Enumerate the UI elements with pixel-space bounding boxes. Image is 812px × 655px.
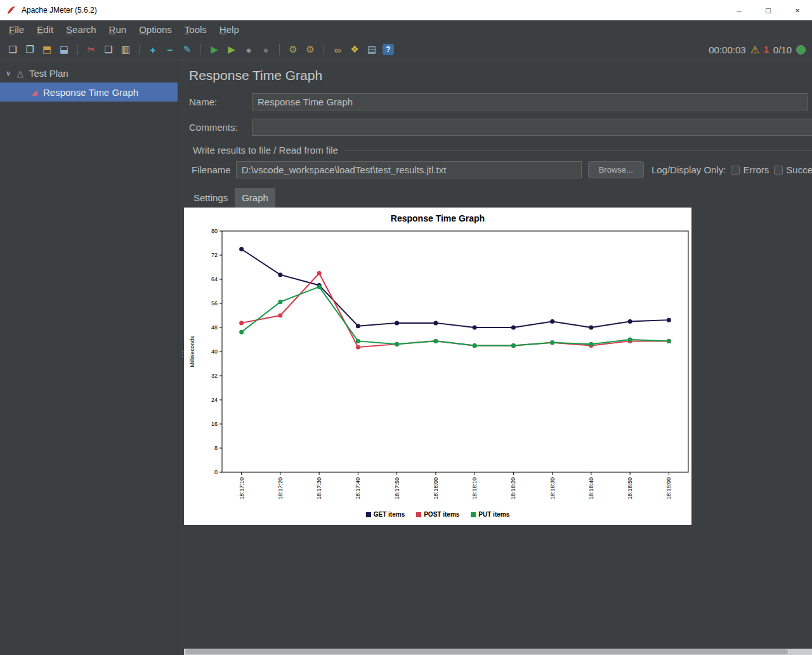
paste-icon[interactable]: ▥ <box>119 43 132 56</box>
comments-input[interactable] <box>252 119 812 136</box>
menu-tools[interactable]: Tools <box>178 22 213 37</box>
window-controls: – □ × <box>724 0 812 20</box>
menubar: FileEditSearchRunOptionsToolsHelp <box>0 20 812 39</box>
start-no-pauses-icon[interactable]: ▶ <box>225 43 238 56</box>
titlebar: Apache JMeter (5.6.2) – □ × <box>0 0 812 20</box>
svg-text:32: 32 <box>211 373 218 379</box>
response-time-chart: Response Time Graph08162432404856647280M… <box>184 208 691 511</box>
clear-icon[interactable]: ⚙ <box>287 43 299 56</box>
warning-icon[interactable]: ⚠ <box>750 44 759 56</box>
browse-button[interactable]: Browse... <box>588 161 644 178</box>
templates-icon[interactable]: ❐ <box>23 43 36 56</box>
svg-text:18:17:50: 18:17:50 <box>394 477 400 500</box>
collapse-icon[interactable]: − <box>164 43 176 56</box>
svg-text:48: 48 <box>211 324 218 331</box>
clear-all-icon[interactable]: ⚙ <box>304 43 317 56</box>
filename-row: Filename Browse... Log/Display Only: Err… <box>184 161 812 178</box>
save-icon[interactable]: ⬓ <box>58 43 70 56</box>
menu-file[interactable]: File <box>3 22 30 37</box>
name-input[interactable] <box>252 93 808 110</box>
toolbar: ❏❐⬒⬓✂❑▥+−✎▶▶●●⚙⚙∞❖▤? 00:00:03 ⚠ 1 0/10 <box>0 39 812 60</box>
svg-text:18:18:10: 18:18:10 <box>471 477 478 500</box>
tab-graph[interactable]: Graph <box>235 188 275 208</box>
minimize-button[interactable]: – <box>724 0 754 20</box>
svg-text:18:18:30: 18:18:30 <box>549 477 556 500</box>
toolbar-separator <box>324 44 324 55</box>
new-file-icon[interactable]: ❏ <box>6 43 19 56</box>
toolbar-icons: ❏❐⬒⬓✂❑▥+−✎▶▶●●⚙⚙∞❖▤? <box>6 43 394 56</box>
help-icon[interactable]: ? <box>383 44 394 55</box>
svg-text:18:18:50: 18:18:50 <box>627 477 633 500</box>
error-count[interactable]: 1 <box>764 44 769 55</box>
tree-item-test-plan[interactable]: ∨ △ Test Plan <box>0 63 178 83</box>
jmeter-window: Apache JMeter (5.6.2) – □ × FileEditSear… <box>0 0 812 655</box>
toolbar-separator <box>279 44 280 55</box>
name-label: Name: <box>184 96 252 107</box>
svg-text:16: 16 <box>211 421 218 427</box>
window-title: Apache JMeter (5.6.2) <box>22 6 97 15</box>
shutdown-icon[interactable]: ● <box>259 43 272 56</box>
main-panel: Response Time Graph Name: Comments: Writ… <box>184 60 812 655</box>
successes-label: Successes <box>786 164 812 175</box>
stop-icon[interactable]: ● <box>242 43 255 56</box>
test-plan-tree: ∨ △ Test Plan ◢ Response Time Graph <box>0 60 178 655</box>
splitter[interactable]: ⋮ <box>178 60 184 655</box>
cut-icon[interactable]: ✂ <box>85 43 98 56</box>
menu-help[interactable]: Help <box>213 22 246 37</box>
successes-checkbox[interactable] <box>774 166 783 175</box>
chart-legend: GET itemsPOST itemsPUT items <box>184 511 691 525</box>
results-section-header: Write results to file / Read from file <box>184 145 812 155</box>
jmeter-logo-icon <box>6 5 16 15</box>
tree-item-response-time-graph[interactable]: ◢ Response Time Graph <box>0 83 178 102</box>
search-icon[interactable]: ∞ <box>331 43 344 56</box>
chevron-down-icon[interactable]: ∨ <box>3 69 14 77</box>
results-section-title: Write results to file / Read from file <box>193 145 338 155</box>
expand-icon[interactable]: + <box>147 43 159 56</box>
scrollbar-thumb[interactable] <box>185 649 788 654</box>
toolbar-separator <box>77 44 78 55</box>
toggle-icon[interactable]: ✎ <box>181 43 193 56</box>
filename-label: Filename <box>192 164 231 175</box>
svg-text:18:18:00: 18:18:00 <box>433 477 439 500</box>
menu-edit[interactable]: Edit <box>30 22 60 37</box>
svg-text:0: 0 <box>214 469 218 475</box>
open-file-icon[interactable]: ⬒ <box>41 43 53 56</box>
maximize-button[interactable]: □ <box>754 0 783 20</box>
toolbar-separator <box>139 44 140 55</box>
function-helper-icon[interactable]: ❖ <box>348 43 361 56</box>
svg-text:8: 8 <box>214 445 218 451</box>
menu-options[interactable]: Options <box>133 22 178 37</box>
page-title: Response Time Graph <box>189 68 812 83</box>
copy-icon[interactable]: ❑ <box>102 43 115 56</box>
content-split: ∨ △ Test Plan ◢ Response Time Graph ⋮ Re… <box>0 60 812 655</box>
legend-item-put: PUT items <box>471 511 509 518</box>
tab-bar: SettingsGraph <box>184 187 812 208</box>
response-time-chart-panel: Response Time Graph08162432404856647280M… <box>184 208 691 525</box>
start-icon[interactable]: ▶ <box>208 43 221 56</box>
svg-text:18:17:30: 18:17:30 <box>316 477 322 500</box>
filename-input[interactable] <box>236 161 582 178</box>
tree-item-label: Response Time Graph <box>43 87 138 98</box>
comments-label: Comments: <box>184 122 252 133</box>
close-button[interactable]: × <box>783 0 812 20</box>
errors-checkbox[interactable] <box>731 166 740 175</box>
menu-run[interactable]: Run <box>103 22 133 37</box>
toolbar-separator <box>200 44 201 55</box>
svg-text:18:17:40: 18:17:40 <box>355 477 361 500</box>
log-display-only-label: Log/Display Only: <box>652 164 726 175</box>
log-viewer-icon[interactable]: ▤ <box>365 43 378 56</box>
svg-text:Milliseconds: Milliseconds <box>189 336 195 367</box>
response-time-graph-icon: ◢ <box>28 88 41 96</box>
toolbar-status: 00:00:03 ⚠ 1 0/10 <box>709 44 806 56</box>
menu-search[interactable]: Search <box>60 22 103 37</box>
legend-item-get: GET items <box>366 511 405 518</box>
test-timer: 00:00:03 <box>709 44 745 55</box>
horizontal-scrollbar[interactable] <box>184 649 812 655</box>
tree-item-label: Test Plan <box>29 68 69 79</box>
svg-text:18:18:20: 18:18:20 <box>510 477 516 500</box>
svg-text:40: 40 <box>211 348 218 355</box>
svg-text:18:17:10: 18:17:10 <box>239 477 245 500</box>
thread-count: 0/10 <box>773 44 792 55</box>
svg-text:64: 64 <box>211 276 218 282</box>
tab-settings[interactable]: Settings <box>187 188 235 208</box>
